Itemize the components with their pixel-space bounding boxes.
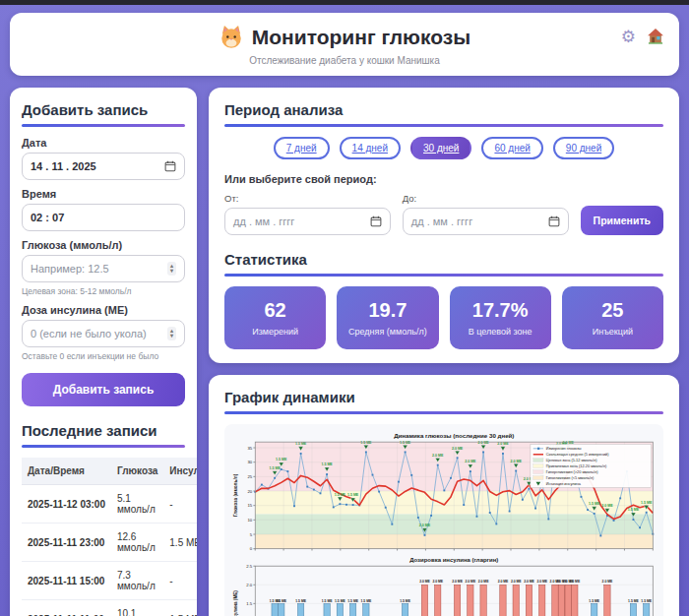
svg-text:1.5 МЕ: 1.5 МЕ [628, 599, 639, 603]
period-pill-14[interactable]: 14 дней [340, 137, 401, 159]
svg-text:Глюкоза (ммоль/л): Глюкоза (ммоль/л) [233, 473, 238, 517]
cat-icon [219, 25, 244, 50]
svg-text:25: 25 [247, 474, 252, 479]
calendar-icon[interactable] [164, 160, 176, 172]
home-icon[interactable] [646, 27, 665, 46]
stat-in-target: 17.7% В целевой зоне [450, 286, 551, 349]
svg-text:1.5 МЕ: 1.5 МЕ [589, 599, 599, 603]
section-underline [22, 124, 185, 127]
period-pill-7[interactable]: 7 дней [274, 137, 330, 159]
period-pill-30[interactable]: 30 дней [410, 137, 471, 159]
glucose-label: Глюкоза (ммоль/л) [22, 239, 185, 251]
analysis-period-card: Период анализа 7 дней 14 дней 30 дней 60… [209, 88, 679, 363]
number-stepper-icon[interactable]: ▴▾ [167, 327, 176, 340]
insulin-input[interactable]: 0 (если не было укола) ▴▾ [22, 320, 185, 347]
date-input[interactable]: 14 . 11 . 2025 [22, 153, 185, 180]
to-date-input[interactable]: дд . мм . гггг [403, 208, 569, 235]
dynamics-chart-card: График динамики 051015202530351.5 МЕ1.5 … [209, 375, 679, 616]
cell-glucose: 7.3 ммоль/л [111, 562, 163, 600]
section-underline [224, 411, 663, 414]
recent-records-table: Дата/Время Глюкоза Инсулин Действия 2025… [22, 458, 197, 616]
svg-text:1.5 МЕ: 1.5 МЕ [400, 441, 411, 445]
svg-text:5: 5 [250, 532, 253, 537]
cell-datetime: 2025-11-11 23:00 [22, 524, 111, 562]
svg-text:1.5: 1.5 [246, 601, 253, 606]
glucose-input[interactable]: Например: 12.5 ▴▾ [22, 255, 185, 282]
insulin-hint: Оставьте 0 если инъекции не было [22, 351, 185, 361]
svg-text:1.5 МЕ: 1.5 МЕ [295, 442, 307, 446]
col-datetime: Дата/Время [22, 458, 111, 485]
cell-datetime: 2025-11-11 15:00 [22, 562, 111, 600]
chart-panel: 051015202530351.5 МЕ1.5 МЕ1.5 МЕ1.5 МЕ1.… [224, 424, 663, 616]
svg-text:10: 10 [247, 518, 252, 523]
svg-text:30: 30 [247, 460, 252, 464]
period-pill-60[interactable]: 60 дней [481, 137, 542, 159]
glucose-chart: 051015202530351.5 МЕ1.5 МЕ1.5 МЕ1.5 МЕ1.… [230, 430, 658, 555]
svg-text:1.5 МЕ: 1.5 МЕ [641, 599, 652, 603]
cell-glucose: 10.1 ммоль/л [111, 600, 163, 616]
svg-text:1.5 МЕ: 1.5 МЕ [322, 599, 333, 603]
app-header: Мониторинг глюкозы Отслеживание диабета … [10, 13, 679, 76]
svg-text:1.5 МЕ: 1.5 МЕ [589, 502, 600, 506]
svg-text:2.0 МЕ: 2.0 МЕ [477, 441, 489, 445]
svg-text:15: 15 [247, 503, 252, 508]
cell-datetime: 2025-11-12 03:00 [22, 485, 111, 524]
period-pill-90[interactable]: 90 дней [553, 137, 614, 159]
insulin-chart: 0.00.51.01.52.02.51.5 МЕ1.5 МЕ1.5 МЕ1.5 … [230, 555, 658, 616]
svg-text:Приемлемая зона (12-20 ммоль/л: Приемлемая зона (12-20 ммоль/л) [546, 464, 607, 468]
time-input[interactable]: 02 : 07 [22, 204, 185, 231]
svg-text:2.0 МЕ: 2.0 МЕ [452, 581, 463, 585]
svg-text:2.0 МЕ: 2.0 МЕ [497, 442, 509, 446]
stat-label: Средняя (ммоль/л) [343, 327, 432, 337]
insulin-label: Доза инсулина (МЕ) [22, 304, 185, 316]
from-date-placeholder: дд . мм . гггг [233, 216, 294, 227]
insulin-placeholder: 0 (если не было укола) [31, 328, 147, 339]
svg-text:1.5 МЕ: 1.5 МЕ [270, 466, 282, 470]
stats-cards: 62 Измерений 19.7 Средняя (ммоль/л) 17.7… [224, 286, 663, 349]
stat-value: 25 [568, 299, 658, 322]
stat-label: Инъекций [568, 327, 658, 337]
svg-text:1.5 МЕ: 1.5 МЕ [361, 599, 372, 603]
svg-text:Динамика глюкозы (последние 30: Динамика глюкозы (последние 30 дней) [394, 432, 514, 439]
svg-text:2.0 МЕ: 2.0 МЕ [465, 460, 476, 463]
section-underline [224, 124, 663, 127]
svg-text:Гипергликемия (>20 ммоль/л): Гипергликемия (>20 ммоль/л) [546, 470, 598, 474]
svg-text:2.0 МЕ: 2.0 МЕ [498, 581, 509, 585]
sidebar-add-record: Добавить запись Дата 14 . 11 . 2025 Врем… [10, 88, 197, 616]
col-insulin: Инсулин [163, 458, 197, 485]
to-date-placeholder: дд . мм . гггг [411, 216, 472, 227]
add-record-button[interactable]: Добавить запись [22, 373, 185, 406]
from-date-input[interactable]: дд . мм . гггг [224, 208, 391, 235]
add-record-title: Добавить запись [22, 101, 185, 118]
svg-text:1.5 МЕ: 1.5 МЕ [641, 501, 653, 505]
glucose-hint: Целевая зона: 5-12 ммоль/л [22, 286, 185, 296]
svg-text:2.0 МЕ: 2.0 МЕ [432, 581, 443, 585]
page-title: Мониторинг глюкозы [26, 25, 663, 50]
svg-text:20: 20 [247, 489, 252, 494]
table-row: 2025-11-12 03:00 5.1 ммоль/л - [22, 485, 197, 524]
table-row: 2025-11-11 15:00 7.3 ммоль/л - [22, 562, 197, 600]
svg-text:2.0 МЕ: 2.0 МЕ [524, 581, 534, 585]
svg-text:Скользящая средняя (5 измерени: Скользящая средняя (5 измерений) [546, 453, 609, 457]
svg-text:2.0 МЕ: 2.0 МЕ [511, 460, 523, 463]
period-pills: 7 дней 14 дней 30 дней 60 дней 90 дней [224, 137, 663, 159]
number-stepper-icon[interactable]: ▴▾ [167, 262, 176, 276]
svg-text:2.5: 2.5 [246, 564, 253, 569]
calendar-icon[interactable] [548, 216, 560, 227]
svg-text:2.0 МЕ: 2.0 МЕ [511, 581, 522, 585]
apply-button[interactable]: Применить [581, 206, 663, 235]
svg-text:Доза инсулина (МЕ): Доза инсулина (МЕ) [233, 590, 238, 616]
svg-text:Целевая зона (5-12 ммоль/л): Целевая зона (5-12 ммоль/л) [546, 459, 597, 462]
calendar-icon[interactable] [370, 216, 382, 227]
cell-datetime: 2025-11-11 11:00 [22, 600, 111, 616]
stat-value: 62 [230, 299, 320, 322]
stat-label: В целевой зоне [456, 327, 545, 337]
cell-glucose: 5.1 ммоль/л [111, 485, 163, 524]
date-label: Дата [22, 137, 185, 149]
settings-gear-icon[interactable]: ⚙ [621, 29, 636, 45]
svg-text:2.0 МЕ: 2.0 МЕ [536, 581, 547, 585]
cell-insulin: - [163, 562, 197, 600]
top-strip [0, 0, 689, 5]
period-title: Период анализа [224, 101, 663, 118]
glucose-placeholder: Например: 12.5 [31, 263, 109, 275]
